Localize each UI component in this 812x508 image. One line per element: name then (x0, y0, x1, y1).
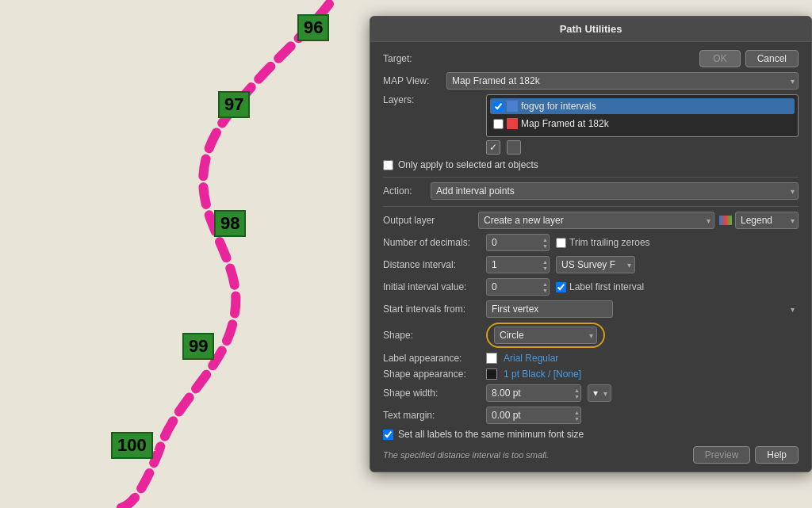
canvas-label-99: 99 (182, 333, 214, 360)
path-svg: .dashed-path { fill: none; stroke: #e825… (0, 0, 373, 508)
layer2-name: Map Framed at 182k (521, 118, 609, 129)
decimals-down-arrow[interactable]: ▼ (542, 243, 548, 249)
target-row: Target: OK Cancel (383, 50, 799, 67)
initial-value-row: Initial interval value: ▲ ▼ Label first … (383, 278, 799, 296)
layers-label: Layers: (383, 94, 486, 105)
decimals-spinner: ▲ ▼ (486, 234, 550, 251)
distance-content: ▲ ▼ US Survey Foc (486, 256, 799, 273)
initial-value-up-arrow[interactable]: ▲ (542, 281, 548, 287)
layer2-checkbox[interactable] (493, 119, 504, 129)
trim-trailing-checkbox[interactable] (556, 238, 566, 248)
units-wrapper: US Survey Foc (556, 256, 635, 273)
output-layer-select[interactable]: Create a new layer (478, 212, 714, 229)
decimals-arrows: ▲ ▼ (542, 237, 548, 249)
layer-row-2[interactable]: Map Framed at 182k (490, 116, 795, 132)
shape-width-down-arrow[interactable]: ▼ (574, 394, 580, 399)
text-margin-label: Text margin: (383, 410, 486, 421)
text-margin-arrows: ▲ ▼ (574, 410, 580, 422)
shape-color-swatch[interactable] (486, 369, 497, 380)
action-select[interactable]: Add interval points (431, 182, 799, 200)
decimals-content: ▲ ▼ Trim trailing zeroes (486, 234, 799, 251)
distance-up-arrow[interactable]: ▲ (542, 259, 548, 265)
action-row: Action: Add interval points (383, 182, 799, 200)
only-apply-checkbox[interactable] (383, 160, 393, 170)
map-view-row: MAP View: Map Framed at 182k (383, 72, 799, 90)
dialog-titlebar: Path Utilities (370, 17, 811, 42)
same-font-row: Set all labels to the same minimum font … (383, 429, 799, 440)
shape-width-content: ▲ ▼ ▾ (486, 384, 799, 402)
canvas-label-96: 96 (297, 14, 329, 41)
ok-button[interactable]: OK (699, 50, 740, 67)
initial-value-input[interactable] (486, 278, 550, 296)
bottom-buttons: Preview Help (693, 446, 799, 464)
shape-content: Circle (486, 323, 799, 348)
initial-value-content: ▲ ▼ Label first interval (486, 278, 799, 296)
shape-appearance-row: Shape appearance: 1 pt Black / [None] (383, 369, 799, 380)
trim-trailing-text: Trim trailing zeroes (569, 237, 650, 248)
shape-select[interactable]: Circle (494, 327, 597, 344)
distance-arrows: ▲ ▼ (542, 259, 548, 271)
start-from-label: Start intervals from: (383, 304, 486, 315)
distance-down-arrow[interactable]: ▼ (542, 265, 548, 271)
text-margin-content: ▲ ▼ (486, 407, 799, 424)
shape-label: Shape: (383, 330, 486, 341)
label-appearance-value[interactable]: Arial Regular (504, 353, 558, 364)
only-apply-row: Only apply to selected art objects (383, 159, 799, 170)
layer1-checkbox[interactable] (493, 101, 504, 112)
text-margin-down-arrow[interactable]: ▼ (574, 416, 580, 422)
decimals-input[interactable] (486, 234, 550, 251)
shape-width-unit-select[interactable]: ▾ (588, 384, 611, 402)
layers-box: fogvg for intervals Map Framed at 182k (486, 94, 799, 137)
text-margin-spinner: ▲ ▼ (486, 407, 581, 424)
shape-select-wrapper: Circle (494, 327, 597, 344)
check-icon-1[interactable] (486, 140, 500, 155)
label-color-swatch[interactable] (486, 353, 497, 364)
label-first-checkbox[interactable] (556, 282, 566, 292)
same-font-label: Set all labels to the same minimum font … (398, 429, 584, 440)
decimals-label: Number of decimals: (383, 237, 486, 248)
start-from-row: Start intervals from: First vertex (383, 300, 799, 318)
decimals-up-arrow[interactable]: ▲ (542, 237, 548, 243)
shape-width-up-arrow[interactable]: ▲ (574, 388, 580, 393)
legend-select[interactable]: Legend (735, 212, 799, 229)
start-from-content: First vertex (486, 300, 799, 318)
shape-appearance-label: Shape appearance: (383, 369, 486, 380)
help-button[interactable]: Help (755, 446, 799, 464)
layer1-name: fogvg for intervals (521, 101, 596, 112)
check-icon-2[interactable] (507, 140, 521, 155)
shape-width-unit-wrapper: ▾ (588, 384, 611, 402)
path-utilities-dialog: Path Utilities Target: OK Cancel MAP Vie… (370, 16, 812, 472)
distance-spinner: ▲ ▼ (486, 256, 550, 273)
cancel-button[interactable]: Cancel (745, 50, 799, 67)
layers-row: Layers: fogvg for intervals Map Fram (383, 94, 799, 137)
only-apply-label: Only apply to selected art objects (398, 159, 538, 170)
shape-width-input[interactable] (486, 384, 581, 402)
preview-button[interactable]: Preview (693, 446, 751, 464)
shape-row: Shape: Circle (383, 323, 799, 348)
distance-input[interactable] (486, 256, 550, 273)
text-margin-input[interactable] (486, 407, 581, 424)
units-select[interactable]: US Survey Foc (556, 256, 635, 273)
text-margin-up-arrow[interactable]: ▲ (574, 410, 580, 415)
initial-value-arrows: ▲ ▼ (542, 281, 548, 293)
divider-1 (383, 177, 799, 178)
canvas-label-100: 100 (111, 432, 153, 459)
label-appearance-label: Label appearance: (383, 353, 486, 364)
distance-row: Distance interval: ▲ ▼ US Survey Foc (383, 256, 799, 273)
start-from-select[interactable]: First vertex (486, 300, 613, 318)
initial-value-down-arrow[interactable]: ▼ (542, 288, 548, 293)
action-label: Action: (383, 185, 431, 197)
trim-trailing-label: Trim trailing zeroes (556, 237, 650, 248)
initial-value-label: Initial interval value: (383, 281, 486, 292)
layer1-icon (507, 101, 518, 112)
map-view-select[interactable]: Map Framed at 182k (446, 72, 799, 90)
shape-width-spinner: ▲ ▼ (486, 384, 581, 402)
output-layer-label: Output layer (383, 215, 478, 226)
text-margin-row: Text margin: ▲ ▼ (383, 407, 799, 424)
bottom-row: The specified distance interval is too s… (383, 446, 799, 464)
canvas-label-97: 97 (218, 91, 250, 118)
layer-row-1[interactable]: fogvg for intervals (490, 98, 795, 114)
shape-appearance-value[interactable]: 1 pt Black / [None] (504, 369, 581, 380)
legend-wrapper: Legend (719, 212, 799, 229)
same-font-checkbox[interactable] (383, 430, 393, 440)
